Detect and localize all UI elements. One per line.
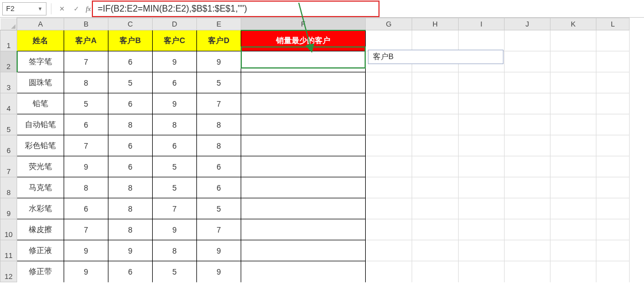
cell-F7[interactable]: [241, 156, 366, 177]
cell-A3[interactable]: 圆珠笔: [17, 72, 64, 93]
cell-E10[interactable]: 7: [197, 219, 241, 240]
cell-E9[interactable]: 5: [197, 198, 241, 219]
cell-F11[interactable]: [241, 240, 366, 261]
cell-H7[interactable]: [412, 156, 459, 177]
cell-A9[interactable]: 水彩笔: [17, 198, 64, 219]
row-head-8[interactable]: 8: [1, 177, 17, 198]
cell-G1[interactable]: [366, 30, 412, 51]
col-head-D[interactable]: D: [153, 18, 197, 30]
cell-G11[interactable]: [366, 240, 412, 261]
cell-K12[interactable]: [550, 261, 596, 282]
cell-D1[interactable]: 客户C: [153, 30, 197, 51]
cell-A5[interactable]: 自动铅笔: [17, 114, 64, 135]
cell-F4[interactable]: [241, 93, 366, 114]
cell-A6[interactable]: 彩色铅笔: [17, 135, 64, 156]
cell-J7[interactable]: [505, 156, 550, 177]
cell-C12[interactable]: 6: [108, 261, 153, 282]
cell-L5[interactable]: [596, 114, 630, 135]
cell-L12[interactable]: [596, 261, 630, 282]
row-head-4[interactable]: 4: [1, 93, 17, 114]
col-head-C[interactable]: C: [108, 18, 153, 30]
cell-D5[interactable]: 8: [153, 114, 197, 135]
cell-L7[interactable]: [596, 156, 630, 177]
cell-F12[interactable]: [241, 261, 366, 282]
cell-L4[interactable]: [596, 93, 630, 114]
cell-I7[interactable]: [459, 156, 505, 177]
cell-I8[interactable]: [459, 177, 505, 198]
cell-J1[interactable]: [505, 30, 550, 51]
cell-G4[interactable]: [366, 93, 412, 114]
cell-I12[interactable]: [459, 261, 505, 282]
cell-C5[interactable]: 8: [108, 114, 153, 135]
cell-G7[interactable]: [366, 156, 412, 177]
cell-D8[interactable]: 5: [153, 177, 197, 198]
cell-I6[interactable]: [459, 135, 505, 156]
cell-I4[interactable]: [459, 93, 505, 114]
col-head-L[interactable]: L: [596, 18, 630, 30]
col-head-E[interactable]: E: [197, 18, 241, 30]
cell-J4[interactable]: [505, 93, 550, 114]
cell-B7[interactable]: 9: [64, 156, 108, 177]
cell-E7[interactable]: 6: [197, 156, 241, 177]
cell-G12[interactable]: [366, 261, 412, 282]
select-all-corner[interactable]: [1, 18, 17, 30]
cell-B6[interactable]: 7: [64, 135, 108, 156]
cell-I10[interactable]: [459, 219, 505, 240]
cell-I11[interactable]: [459, 240, 505, 261]
formula-input[interactable]: =IF(B2:E2=MIN(B2:E2),$B$1:$E$1,""): [94, 2, 642, 16]
cell-L10[interactable]: [596, 219, 630, 240]
cell-D2[interactable]: 9: [153, 51, 197, 72]
cell-H6[interactable]: [412, 135, 459, 156]
cell-B3[interactable]: 8: [64, 72, 108, 93]
cell-C8[interactable]: 8: [108, 177, 153, 198]
cell-A4[interactable]: 铅笔: [17, 93, 64, 114]
cell-I3[interactable]: [459, 72, 505, 93]
cell-D4[interactable]: 9: [153, 93, 197, 114]
cell-K10[interactable]: [550, 219, 596, 240]
row-head-11[interactable]: 11: [1, 240, 17, 261]
cell-J11[interactable]: [505, 240, 550, 261]
cell-L11[interactable]: [596, 240, 630, 261]
col-head-B[interactable]: B: [64, 18, 108, 30]
cell-E2[interactable]: 9: [197, 51, 241, 72]
cell-H12[interactable]: [412, 261, 459, 282]
col-head-H[interactable]: H: [412, 18, 459, 30]
cell-E1[interactable]: 客户D: [197, 30, 241, 51]
cell-A1[interactable]: 姓名: [17, 30, 64, 51]
cell-J2[interactable]: [505, 51, 550, 72]
cell-J6[interactable]: [505, 135, 550, 156]
col-head-A[interactable]: A: [17, 18, 64, 30]
cell-J5[interactable]: [505, 114, 550, 135]
cell-H1[interactable]: [412, 30, 459, 51]
row-head-1[interactable]: 1: [1, 30, 17, 51]
cell-K6[interactable]: [550, 135, 596, 156]
cell-B10[interactable]: 7: [64, 219, 108, 240]
col-head-K[interactable]: K: [550, 18, 596, 30]
cell-C6[interactable]: 6: [108, 135, 153, 156]
cell-E3[interactable]: 5: [197, 72, 241, 93]
row-head-7[interactable]: 7: [1, 156, 17, 177]
cell-F1[interactable]: 销量最少的客户: [241, 30, 366, 51]
row-head-12[interactable]: 12: [1, 261, 17, 282]
fx-icon[interactable]: fx: [85, 4, 92, 13]
cell-H11[interactable]: [412, 240, 459, 261]
cell-D9[interactable]: 7: [153, 198, 197, 219]
cell-G8[interactable]: [366, 177, 412, 198]
cell-H3[interactable]: [412, 72, 459, 93]
cell-E4[interactable]: 7: [197, 93, 241, 114]
cell-E6[interactable]: 8: [197, 135, 241, 156]
cell-H8[interactable]: [412, 177, 459, 198]
name-box[interactable]: F2 ▼: [2, 2, 46, 15]
cell-I9[interactable]: [459, 198, 505, 219]
cell-B11[interactable]: 9: [64, 240, 108, 261]
cell-L8[interactable]: [596, 177, 630, 198]
col-head-I[interactable]: I: [459, 18, 505, 30]
cell-C2[interactable]: 6: [108, 51, 153, 72]
row-head-2[interactable]: 2: [1, 51, 17, 72]
cell-D6[interactable]: 6: [153, 135, 197, 156]
cell-H4[interactable]: [412, 93, 459, 114]
cell-C4[interactable]: 6: [108, 93, 153, 114]
cell-K4[interactable]: [550, 93, 596, 114]
cell-E12[interactable]: 9: [197, 261, 241, 282]
row-head-9[interactable]: 9: [1, 198, 17, 219]
